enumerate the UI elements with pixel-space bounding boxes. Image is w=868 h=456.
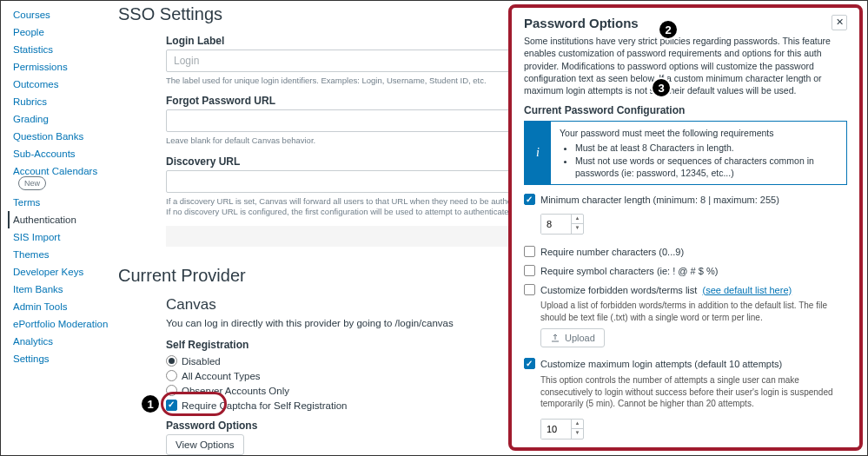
upload-button[interactable]: Upload [540,328,605,347]
grey-footer-block [166,226,540,247]
close-button[interactable]: ✕ [832,15,847,30]
password-options-modal: Password Options ✕ Some institutions hav… [508,4,863,451]
min-length-label: Minimum character length (minimum: 8 | m… [540,194,779,207]
nav-sub-accounts[interactable]: Sub-Accounts [13,145,109,162]
nav-rubrics[interactable]: Rubrics [13,93,109,110]
default-list-link[interactable]: (see default list here) [702,285,792,295]
nav-grading[interactable]: Grading [13,110,109,128]
modal-description: Some institutions have very strict polic… [524,35,847,96]
nav-item-banks[interactable]: Item Banks [13,281,109,298]
nav-courses[interactable]: Courses [13,6,109,23]
max-attempts-checkbox[interactable]: Customize maximum login attempts (defaul… [524,358,847,371]
require-number-label: Require number characters (0...9) [540,246,684,259]
view-options-button[interactable]: View Options [166,434,244,455]
max-attempts-value[interactable] [541,420,571,439]
modal-title: Password Options [524,15,639,32]
nav-sis-import[interactable]: SIS Import [13,228,109,246]
nav-statistics[interactable]: Statistics [13,41,109,58]
require-number-checkbox[interactable]: Require number characters (0...9) [524,246,847,259]
forbidden-words-label: Customize forbidden words/terms list (se… [540,284,792,297]
info-bullet-1: Must be at least 8 Characters in length. [575,142,838,154]
info-box: i Your password must meet the following … [524,121,847,185]
nav-analytics[interactable]: Analytics [13,333,109,350]
forbidden-words-help: Upload a list of forbidden words/terms i… [540,300,847,323]
radio-all-label: All Account Types [182,371,261,381]
check-icon [166,400,177,411]
discovery-url-input[interactable] [166,170,540,193]
min-length-value[interactable] [541,215,571,234]
max-attempts-label: Customize maximum login attempts (defaul… [540,358,782,371]
spin-down-icon[interactable]: ▼ [572,429,583,439]
radio-icon [166,385,177,396]
info-lead: Your password must meet the following re… [560,127,838,139]
forbidden-words-checkbox[interactable]: Customize forbidden words/terms list (se… [524,284,847,297]
callout-2: 2 [658,19,679,40]
nav-terms[interactable]: Terms [13,194,109,211]
spin-down-icon[interactable]: ▼ [572,224,583,234]
check-icon [524,246,535,257]
login-label-input[interactable] [166,50,540,72]
require-symbol-label: Require symbol characters (ie: ! @ # $ %… [540,265,718,278]
nav-account-calendars[interactable]: Account Calendars New [13,162,109,194]
require-symbol-checkbox[interactable]: Require symbol characters (ie: ! @ # $ %… [524,265,847,278]
check-icon [524,358,535,369]
config-heading: Current Password Configuration [524,103,847,117]
nav-permissions[interactable]: Permissions [13,58,109,76]
check-icon [524,194,535,205]
callout-1: 1 [140,393,161,414]
nav-outcomes[interactable]: Outcomes [13,76,109,93]
max-attempts-input[interactable]: ▲ ▼ [540,419,584,439]
nav-admin-tools[interactable]: Admin Tools [13,298,109,315]
nav-people[interactable]: People [13,23,109,41]
nav-account-calendars-label: Account Calendars [13,166,97,176]
nav-settings[interactable]: Settings [13,350,109,367]
radio-disabled-label: Disabled [182,356,221,367]
radio-observer-label: Observer Accounts Only [182,386,289,396]
nav-authentication[interactable]: Authentication [8,211,109,228]
radio-icon [166,370,177,381]
min-length-input[interactable]: ▲ ▼ [540,214,584,235]
forgot-url-input[interactable] [166,109,540,132]
upload-icon [550,333,560,343]
spin-up-icon[interactable]: ▲ [572,420,583,430]
nav-themes[interactable]: Themes [13,246,109,263]
radio-icon [166,355,177,367]
check-icon [524,265,535,276]
max-attempts-help: This option controls the number of attem… [540,374,847,410]
forbidden-words-text: Customize forbidden words/terms list [540,285,697,295]
sidebar-nav: Courses People Statistics Permissions Ou… [1,1,109,455]
nav-developer-keys[interactable]: Developer Keys [13,263,109,281]
upload-label: Upload [565,333,595,343]
callout-3: 3 [651,77,672,98]
info-icon: i [525,122,551,184]
check-icon [524,284,535,295]
nav-question-banks[interactable]: Question Banks [13,128,109,145]
new-badge: New [18,176,46,190]
min-length-checkbox[interactable]: Minimum character length (minimum: 8 | m… [524,194,847,207]
info-bullet-2: Must not use words or sequences of chara… [575,155,838,179]
captcha-label: Require Captcha for Self Registration [182,400,348,411]
spin-up-icon[interactable]: ▲ [572,215,583,225]
nav-eportfolio[interactable]: ePortfolio Moderation [13,315,109,333]
